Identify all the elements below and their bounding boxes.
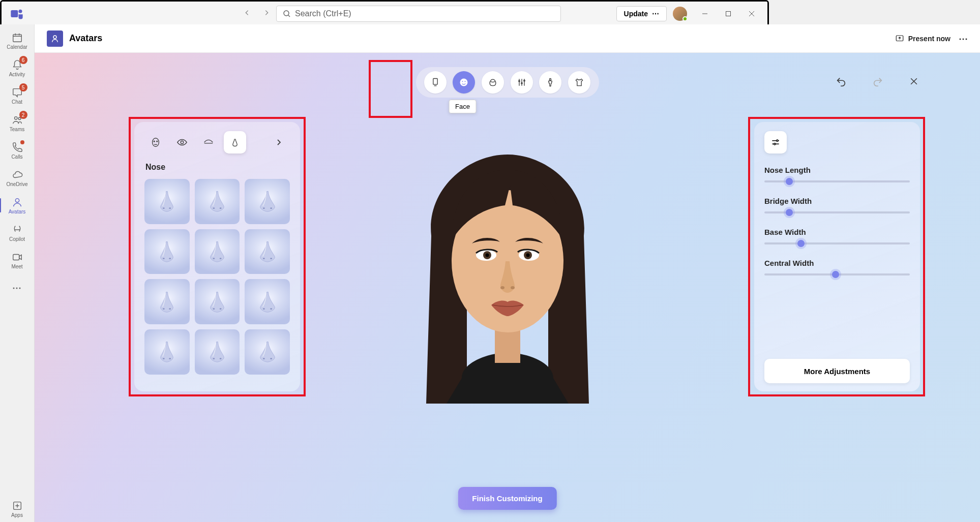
window-maximize-button[interactable]	[717, 6, 740, 22]
svg-point-13	[460, 79, 468, 86]
nose-option[interactable]	[245, 179, 290, 224]
nose-option[interactable]	[195, 279, 240, 324]
nav-forward-icon[interactable]	[261, 6, 272, 21]
copilot-icon	[11, 224, 23, 236]
app-icon	[47, 30, 63, 47]
rail-label: OneDrive	[6, 181, 27, 187]
svg-point-48	[213, 308, 215, 310]
editor-canvas: Face	[35, 53, 769, 410]
slider-group: Nose Length	[764, 166, 769, 182]
svg-point-32	[157, 141, 158, 142]
slider[interactable]	[764, 242, 769, 244]
app-rail: Calendar 6 Activity 5 Chat 2 Teams Calls…	[0, 24, 35, 410]
nose-option[interactable]	[245, 229, 290, 274]
svg-point-10	[53, 36, 56, 39]
slider[interactable]	[764, 211, 769, 213]
svg-point-50	[263, 308, 265, 310]
profile-avatar[interactable]	[673, 7, 687, 21]
svg-point-33	[181, 141, 184, 144]
window-close-button[interactable]	[740, 6, 763, 22]
svg-point-2	[284, 11, 289, 16]
rail-chat[interactable]: 5 Chat	[3, 82, 32, 109]
nose-option[interactable]	[144, 279, 190, 324]
nose-option[interactable]	[144, 229, 190, 274]
rail-copilot[interactable]: Copilot	[3, 220, 32, 246]
svg-point-47	[169, 308, 171, 310]
svg-point-29	[511, 286, 515, 289]
rail-meet[interactable]: Meet	[3, 247, 32, 273]
update-button[interactable]: Update ⋯	[616, 6, 667, 21]
category-tooltip: Face	[449, 100, 477, 113]
svg-point-49	[220, 308, 222, 310]
slider[interactable]	[764, 180, 769, 182]
nose-option[interactable]	[195, 329, 240, 375]
cat-wardrobe[interactable]	[568, 71, 590, 94]
svg-point-40	[163, 258, 165, 259]
rail-calls[interactable]: Calls	[3, 137, 32, 164]
svg-point-37	[220, 208, 222, 209]
options-panel: Nose	[134, 122, 300, 391]
page: Avatars Present now ⋯ Face	[35, 24, 769, 410]
presence-indicator	[682, 16, 688, 21]
more-icon: ⋯	[652, 10, 659, 18]
title-bar: Search (Ctrl+E) Update ⋯	[2, 2, 767, 26]
search-input[interactable]: Search (Ctrl+E)	[276, 6, 561, 22]
rail-onedrive[interactable]: OneDrive	[3, 165, 32, 191]
rail-avatars[interactable]: Avatars	[3, 192, 32, 219]
svg-point-19	[550, 79, 551, 80]
avatar-preview	[396, 144, 619, 404]
rail-teams[interactable]: 2 Teams	[3, 110, 32, 136]
badge: 5	[19, 83, 27, 91]
nose-option[interactable]	[195, 229, 240, 274]
slider-label: Bridge Width	[764, 197, 769, 205]
subtab-nose[interactable]	[224, 131, 246, 153]
svg-point-35	[169, 208, 171, 209]
svg-point-27	[526, 254, 529, 257]
page-header: Avatars Present now ⋯	[35, 24, 769, 53]
slider[interactable]	[764, 273, 769, 275]
nose-option[interactable]	[245, 329, 290, 375]
rail-label: Copilot	[9, 236, 25, 242]
sliders-icon[interactable]	[764, 131, 769, 153]
panel-title: Nose	[145, 163, 290, 172]
rail-label: Chat	[12, 99, 22, 105]
rail-label: Meet	[11, 264, 22, 269]
svg-point-28	[500, 286, 504, 289]
window-minimize-button[interactable]	[693, 6, 717, 22]
subtab-eyebrows[interactable]	[197, 131, 220, 153]
subtab-next[interactable]	[268, 131, 290, 153]
history-nav	[242, 6, 272, 21]
rail-more[interactable]: ⋯	[3, 274, 32, 301]
nose-option[interactable]	[144, 179, 190, 224]
slider-label: Base Width	[764, 228, 769, 236]
nav-back-icon[interactable]	[242, 6, 253, 21]
cat-hair[interactable]	[482, 71, 504, 94]
cat-appearance[interactable]	[511, 71, 533, 94]
badge: 6	[19, 56, 27, 64]
cat-body[interactable]	[539, 71, 561, 94]
search-placeholder: Search (Ctrl+E)	[295, 9, 351, 18]
rail-label: Activity	[9, 72, 25, 77]
svg-point-56	[263, 358, 265, 360]
rail-calendar[interactable]: Calendar	[3, 27, 32, 54]
svg-point-7	[15, 199, 19, 202]
cat-face[interactable]	[453, 71, 475, 94]
more-adjustments-button[interactable]: More Adjustments	[764, 359, 769, 383]
svg-point-45	[270, 258, 272, 259]
nose-option[interactable]	[144, 329, 190, 375]
svg-rect-20	[495, 327, 520, 363]
video-icon	[11, 251, 23, 263]
svg-rect-3	[726, 11, 731, 16]
rail-activity[interactable]: 6 Activity	[3, 55, 32, 81]
cat-templates[interactable]	[424, 71, 447, 94]
nose-option[interactable]	[245, 279, 290, 324]
svg-point-53	[169, 358, 171, 360]
slider-label: Central Width	[764, 259, 769, 267]
nose-option[interactable]	[195, 179, 240, 224]
svg-rect-0	[11, 10, 18, 17]
svg-point-42	[213, 258, 215, 259]
subtab-face-shape[interactable]	[144, 131, 167, 153]
cloud-icon	[11, 169, 23, 181]
subtab-eyes[interactable]	[171, 131, 193, 153]
avatar-icon	[11, 196, 23, 208]
